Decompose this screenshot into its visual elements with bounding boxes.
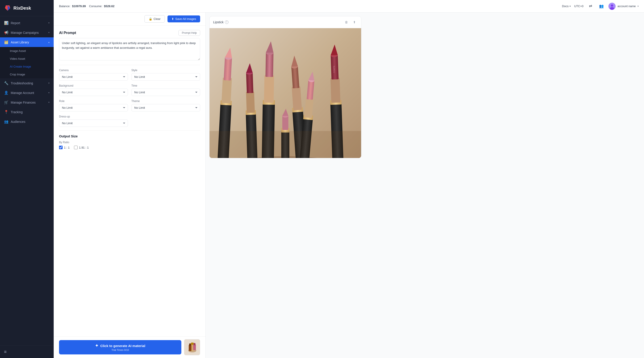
docs-link[interactable]: Docs ▾	[562, 5, 571, 8]
svg-rect-35	[292, 86, 302, 111]
role-label: Role	[59, 100, 128, 103]
download-button[interactable]: ⬆	[351, 19, 358, 25]
theme-select[interactable]: No Limit Luxury Natural Modern	[132, 104, 200, 111]
sidebar-item-video-asset[interactable]: Video Asset	[0, 55, 54, 63]
page-body: 🔒 Clear ⬆ Save All Images AI Prompt Prom…	[54, 13, 644, 358]
timezone-display[interactable]: UTC+0	[574, 5, 584, 8]
generate-button[interactable]: ✦ Click to generate AI material Trial Ti…	[59, 340, 181, 354]
svg-rect-18	[224, 58, 232, 81]
info-icon[interactable]: ?	[225, 20, 228, 24]
video-asset-label: Video Asset	[10, 57, 25, 60]
chevron-down-icon: ▾	[48, 82, 50, 85]
sidebar-navigation: 📊 Report ▾ 📢 Manage Campaigns ▾ 🗂️ Asset…	[0, 16, 54, 345]
sidebar-item-troubleshooting[interactable]: 🔧 Troubleshooting ▾	[0, 78, 54, 88]
svg-text:SURCU: SURCU	[333, 66, 335, 73]
style-select[interactable]: No Limit Realistic Artistic Minimalist	[132, 73, 200, 81]
clear-button[interactable]: 🔒 Clear	[144, 15, 165, 23]
prompt-help-button[interactable]: Prompt Help	[178, 30, 200, 36]
docs-label: Docs	[562, 5, 569, 8]
top-header: Balance: $10979.89 Consume: $528.62 Docs…	[54, 0, 644, 13]
dress-up-select[interactable]: No Limit Casual Formal Fashion	[59, 120, 128, 127]
header-left-area: Balance: $10979.89 Consume: $528.62	[59, 5, 114, 8]
time-select[interactable]: No Limit Day Night Golden hour	[132, 89, 200, 96]
background-select[interactable]: No Limit White Black Gradient	[59, 89, 128, 96]
ratio-191-1-label: 1.91 : 1	[79, 146, 88, 149]
camera-select[interactable]: No Limit Close-up Wide angle Portrait	[59, 73, 128, 81]
svg-rect-12	[194, 343, 196, 345]
hamburger-menu-icon[interactable]: ≡	[4, 349, 7, 354]
balance-label: Balance:	[59, 5, 70, 8]
translate-icon-btn[interactable]: ⇄	[587, 3, 594, 10]
svg-rect-8	[191, 342, 194, 345]
save-button-label: Save All Images	[175, 17, 196, 21]
role-select[interactable]: No Limit Model Celebrity Anonymous	[59, 104, 128, 111]
troubleshooting-icon: 🔧	[4, 81, 8, 85]
svg-rect-17	[222, 78, 232, 103]
prompt-help-label: Prompt Help	[182, 31, 197, 35]
sidebar-item-manage-account[interactable]: 👤 Manage Account ▾	[0, 88, 54, 98]
clear-button-label: Clear	[154, 17, 160, 21]
save-all-images-button[interactable]: ⬆ Save All Images	[168, 16, 200, 22]
svg-rect-30	[266, 53, 274, 77]
prompt-title: AI Prompt	[59, 31, 76, 35]
prompt-header: AI Prompt Prompt Help	[59, 30, 200, 36]
background-label: Background	[59, 84, 128, 87]
save-icon: ⬆	[172, 17, 174, 21]
sidebar-item-report[interactable]: 📊 Report ▾	[0, 18, 54, 28]
sidebar: RixDesk 📊 Report ▾ 📢 Manage Campaigns ▾ …	[0, 0, 54, 358]
page-toolbar: 🔒 Clear ⬆ Save All Images	[54, 13, 206, 26]
svg-rect-9	[189, 345, 192, 351]
chevron-down-icon: ▾	[48, 31, 50, 34]
ratio-1-1-label: 1 : 1	[64, 146, 70, 149]
logo-area: RixDesk	[0, 0, 54, 16]
balance-display: Balance: $10979.89 Consume: $528.62	[59, 5, 114, 8]
translate-icon: ⇄	[589, 4, 592, 9]
ratio-1-1-checkbox[interactable]	[59, 146, 62, 149]
svg-rect-53	[282, 116, 288, 130]
delete-button[interactable]: 🗑	[343, 19, 350, 25]
chevron-down-icon: ▾	[48, 91, 50, 94]
bottom-action-bar: ✦ Click to generate AI material Trial Ti…	[54, 336, 206, 358]
style-label: Style	[132, 69, 200, 72]
sidebar-item-crop-image[interactable]: Crop Image	[0, 71, 54, 78]
users-icon-btn[interactable]: 👥	[598, 3, 605, 10]
avatar	[608, 3, 616, 10]
sidebar-item-ai-create-image[interactable]: AI Create Image	[0, 63, 54, 71]
chevron-down-icon: ▾	[48, 22, 50, 24]
image-container: 600 x 600	[210, 28, 361, 158]
ratio-1-1-option[interactable]: 1 : 1	[59, 146, 70, 149]
camera-field: Camera No Limit Close-up Wide angle Port…	[59, 69, 128, 81]
sidebar-item-audiences[interactable]: 👥 Audiences	[0, 117, 54, 126]
ratio-191-1-checkbox[interactable]	[74, 146, 78, 149]
upload-icon: ⬆	[353, 20, 356, 24]
header-right-area: Docs ▾ UTC+0 ⇄ 👥 account	[562, 3, 639, 10]
app-name: RixDesk	[14, 6, 31, 11]
users-icon: 👥	[599, 4, 604, 9]
trash-icon: 🗑	[345, 20, 348, 24]
chevron-up-icon: ▴	[48, 41, 50, 44]
svg-point-4	[610, 7, 614, 10]
prompt-textarea[interactable]: Under soft lighting, an elegant array of…	[59, 38, 200, 60]
svg-rect-47	[330, 78, 340, 103]
left-panel: 🔒 Clear ⬆ Save All Images AI Prompt Prom…	[54, 13, 206, 358]
account-area[interactable]: account name ▾	[608, 3, 639, 10]
consume-label: Consume:	[89, 5, 102, 8]
sidebar-item-image-asset[interactable]: Image Asset	[0, 47, 54, 55]
image-title-area: Lipstick ?	[213, 20, 228, 24]
image-asset-label: Image Asset	[10, 49, 26, 53]
ratio-191-1-option[interactable]: 1.91 : 1	[74, 146, 88, 149]
sidebar-item-manage-finances[interactable]: 🛒 Manage Finances ▾	[0, 98, 54, 107]
ratio-options: 1 : 1 1.91 : 1	[59, 146, 200, 149]
sidebar-item-asset-library[interactable]: 🗂️ Asset Library ▴	[0, 37, 54, 47]
manage-finances-icon: 🛒	[4, 100, 8, 105]
avatar-image	[608, 3, 616, 10]
image-result-card: Lipstick ? 🗑 ⬆ 600 x 600	[209, 16, 361, 158]
generate-button-sublabel: Trial Times 0/10	[112, 348, 129, 351]
generate-button-content: ✦ Click to generate AI material	[95, 343, 145, 348]
campaigns-icon: 📢	[4, 31, 8, 35]
thumbnail-preview[interactable]	[184, 339, 200, 355]
time-label: Time	[132, 84, 200, 87]
ai-create-image-label: AI Create Image	[10, 65, 31, 68]
sidebar-item-manage-campaigns[interactable]: 📢 Manage Campaigns ▾	[0, 28, 54, 37]
sidebar-item-tracking[interactable]: 📍 Tracking	[0, 107, 54, 117]
